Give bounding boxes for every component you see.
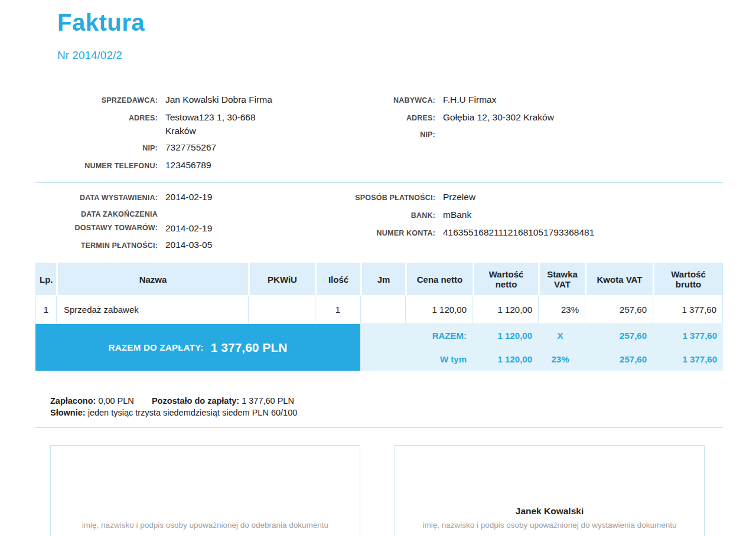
item-net-price: 1 120,00 bbox=[405, 296, 472, 323]
summary-total-netto: 1 120,00 bbox=[472, 331, 538, 341]
in-words-value: jeden tysiąc trzysta siedemdziesiąt sied… bbox=[88, 408, 298, 417]
buyer-address-row: ADRES: Gołębia 12, 30-302 Kraków bbox=[331, 110, 723, 125]
seller-label: SPRZEDAWCA: bbox=[35, 94, 158, 107]
col-cena-netto: Cena netto bbox=[405, 263, 472, 296]
remaining-label: Pozostało do zapłaty: bbox=[152, 396, 239, 406]
bank-name: mBank bbox=[443, 208, 471, 221]
total-due-label: RAZEM DO ZAPŁATY: bbox=[109, 342, 204, 352]
summary-breakdown-rate: 23% bbox=[538, 354, 585, 364]
item-vat-amount: 257,60 bbox=[585, 296, 653, 323]
item-net-value: 1 120,00 bbox=[472, 296, 538, 323]
col-nazwa: Nazwa bbox=[56, 263, 248, 296]
vat-summary: RAZEM: 1 120,00 X 257,60 1 377,60 W tym … bbox=[360, 324, 723, 371]
seller-phone-label: NUMER TELEFONU: bbox=[35, 159, 158, 173]
details-section: DATA WYSTAWIENIA: 2014-02-19 DATA ZAKOŃC… bbox=[35, 190, 723, 256]
items-table-header: Lp. Nazwa PKWiU Ilość Jm Cena netto Wart… bbox=[35, 263, 723, 296]
col-wartosc-netto: Wartość netto bbox=[472, 263, 538, 296]
seller-address-row: ADRES: Testowa123 1, 30-668 Kraków bbox=[35, 110, 331, 138]
signatures-section: imię, nazwisko i podpis osoby upoważnion… bbox=[35, 445, 723, 536]
col-lp: Lp. bbox=[35, 263, 56, 296]
col-jm: Jm bbox=[360, 263, 405, 296]
seller-address-label: ADRES: bbox=[35, 112, 158, 125]
remaining-value: 1 377,60 PLN bbox=[242, 396, 294, 406]
summary-row-total: RAZEM: 1 120,00 X 257,60 1 377,60 bbox=[360, 324, 723, 348]
delivery-date-label: DATA ZAKOŃCZENIA DOSTAWY TOWARÓW: bbox=[35, 208, 158, 235]
seller-address: Testowa123 1, 30-668 Kraków bbox=[165, 110, 256, 138]
seller-nip: 7327755267 bbox=[165, 140, 216, 154]
item-pkwiu bbox=[248, 296, 315, 323]
summary-total-brutto: 1 377,60 bbox=[653, 331, 723, 341]
seller-name-row: SPRZEDAWCA: Jan Kowalski Dobra Firma bbox=[35, 93, 331, 107]
delivery-date: 2014-02-19 bbox=[165, 221, 212, 235]
buyer-address: Gołębia 12, 30-302 Kraków bbox=[443, 110, 554, 124]
items-table: Lp. Nazwa PKWiU Ilość Jm Cena netto Wart… bbox=[35, 263, 723, 324]
due-date: 2014-03-05 bbox=[165, 238, 212, 251]
summary-breakdown-vat: 257,60 bbox=[585, 354, 653, 364]
summary-total-label: RAZEM: bbox=[360, 331, 472, 341]
item-qty: 1 bbox=[315, 296, 360, 323]
payment-block: SPOSÓB PŁATNOŚCI: Przelew BANK: mBank NU… bbox=[331, 190, 723, 256]
paid-label: Zapłacono: bbox=[50, 396, 96, 406]
delivery-date-row: DATA ZAKOŃCZENIA DOSTAWY TOWARÓW: 2014-0… bbox=[35, 208, 331, 235]
issue-date-row: DATA WYSTAWIENIA: 2014-02-19 bbox=[35, 190, 331, 205]
col-wartosc-brutto: Wartość brutto bbox=[653, 263, 723, 296]
due-date-label: TERMIN PŁATNOŚCI: bbox=[35, 239, 158, 253]
item-unit bbox=[360, 296, 405, 323]
table-row: 1 Sprzedaż zabawek 1 1 120,00 1 120,00 2… bbox=[35, 296, 723, 323]
summary-row-breakdown: W tym 1 120,00 23% 257,60 1 377,60 bbox=[360, 348, 723, 371]
issue-date-label: DATA WYSTAWIENIA: bbox=[35, 191, 158, 205]
summary-total-vat: 257,60 bbox=[585, 331, 653, 341]
summary-breakdown-brutto: 1 377,60 bbox=[653, 354, 723, 364]
buyer-label: NABYWCA: bbox=[331, 94, 435, 107]
seller-nip-label: NIP: bbox=[35, 142, 158, 155]
payment-status: Zapłacono: 0,00 PLN Pozostało do zapłaty… bbox=[50, 396, 723, 419]
seller-block: SPRZEDAWCA: Jan Kowalski Dobra Firma ADR… bbox=[35, 93, 331, 176]
buyer-nip-row: NIP: bbox=[331, 128, 723, 142]
summary-total-rate: X bbox=[538, 331, 585, 341]
buyer-name-row: NABYWCA: F.H.U Firmax bbox=[331, 93, 723, 107]
seller-phone-row: NUMER TELEFONU: 123456789 bbox=[35, 158, 331, 173]
item-name: Sprzedaż zabawek bbox=[56, 296, 248, 323]
buyer-nip-label: NIP: bbox=[331, 128, 435, 142]
invoice-content: Faktura Nr 2014/02/2 SPRZEDAWCA: Jan Kow… bbox=[35, 8, 723, 536]
issuer-signature-caption: imię, nazwisko i podpis osoby upoważnion… bbox=[423, 521, 677, 530]
section-divider-bottom bbox=[35, 427, 723, 428]
total-due-box: RAZEM DO ZAPŁATY: 1 377,60 PLN bbox=[35, 324, 360, 371]
dates-block: DATA WYSTAWIENIA: 2014-02-19 DATA ZAKOŃC… bbox=[35, 190, 331, 256]
receiver-signature-box: imię, nazwisko i podpis osoby upoważnion… bbox=[50, 445, 360, 536]
page-title: Faktura bbox=[57, 8, 723, 37]
due-date-row: TERMIN PŁATNOŚCI: 2014-03-05 bbox=[35, 238, 331, 253]
seller-nip-row: NIP: 7327755267 bbox=[35, 140, 331, 155]
seller-phone: 123456789 bbox=[165, 158, 211, 172]
summary-band: RAZEM DO ZAPŁATY: 1 377,60 PLN RAZEM: 1 … bbox=[35, 324, 723, 371]
col-stawka-vat: Stawka VAT bbox=[538, 263, 585, 296]
in-words-label: Słownie: bbox=[50, 408, 86, 417]
receiver-signature-caption: imię, nazwisko i podpis osoby upoważnion… bbox=[82, 521, 328, 530]
bank-label: BANK: bbox=[331, 209, 435, 223]
invoice-number: Nr 2014/02/2 bbox=[57, 48, 723, 62]
total-due-amount: 1 377,60 PLN bbox=[211, 341, 288, 355]
payment-line-words: Słownie: jeden tysiąc trzysta siedemdzie… bbox=[50, 407, 723, 419]
summary-breakdown-netto: 1 120,00 bbox=[472, 354, 538, 364]
item-lp: 1 bbox=[35, 296, 56, 323]
payment-method: Przelew bbox=[443, 190, 475, 204]
account-row: NUMER KONTA: 416355168211121681051793368… bbox=[331, 225, 723, 240]
account-label: NUMER KONTA: bbox=[331, 227, 435, 240]
buyer-block: NABYWCA: F.H.U Firmax ADRES: Gołębia 12,… bbox=[331, 93, 723, 176]
payment-method-label: SPOSÓB PŁATNOŚCI: bbox=[331, 191, 435, 205]
paid-value: 0,00 PLN bbox=[98, 396, 133, 406]
item-vat-rate: 23% bbox=[538, 296, 585, 323]
invoice-page: Faktura Nr 2014/02/2 SPRZEDAWCA: Jan Kow… bbox=[0, 8, 756, 536]
header-row: Lp. Nazwa PKWiU Ilość Jm Cena netto Wart… bbox=[35, 263, 723, 296]
buyer-name: F.H.U Firmax bbox=[443, 93, 496, 106]
account-number: 416355168211121681051793368481 bbox=[443, 225, 594, 239]
item-gross-value: 1 377,60 bbox=[653, 296, 723, 323]
section-divider bbox=[35, 182, 723, 183]
col-pkwiu: PKWiU bbox=[248, 263, 315, 296]
issuer-name: Janek Kowalski bbox=[516, 506, 584, 517]
payment-line-amounts: Zapłacono: 0,00 PLN Pozostało do zapłaty… bbox=[50, 396, 723, 407]
col-kwota-vat: Kwota VAT bbox=[585, 263, 653, 296]
col-ilosc: Ilość bbox=[315, 263, 360, 296]
parties-section: SPRZEDAWCA: Jan Kowalski Dobra Firma ADR… bbox=[35, 93, 723, 176]
seller-name: Jan Kowalski Dobra Firma bbox=[165, 93, 272, 106]
